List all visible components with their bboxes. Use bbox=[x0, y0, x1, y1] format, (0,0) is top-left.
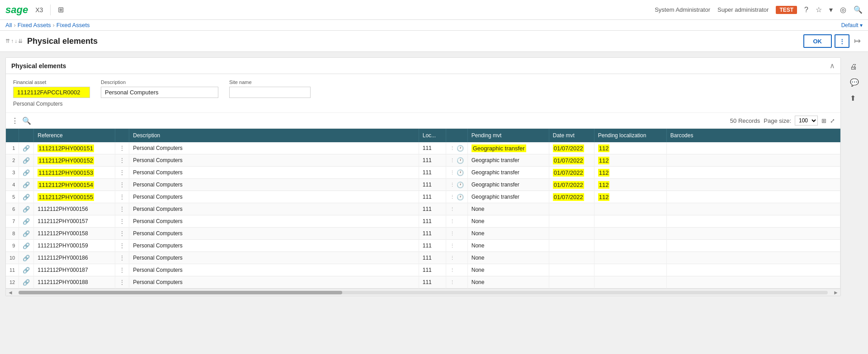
row-actions-dots[interactable]: ⋮ bbox=[115, 252, 129, 264]
row-actions-dots[interactable]: ⋮ bbox=[115, 228, 129, 240]
row-action-icon[interactable]: ⋮🕐 bbox=[446, 142, 467, 154]
row-date-mvt: 01/07/2022 bbox=[549, 191, 594, 203]
col-header-reference[interactable]: Reference bbox=[34, 129, 115, 142]
page-header: ⇈ ↑ ↓ ⇊ Physical elements OK ⋮ ↦ bbox=[0, 31, 868, 52]
more-button[interactable]: ⋮ bbox=[835, 34, 849, 48]
row-actions-dots[interactable]: ⋮ bbox=[115, 264, 129, 276]
chat-icon[interactable]: 💬 bbox=[848, 76, 861, 88]
row-link-icon[interactable]: 🔗 bbox=[19, 264, 34, 276]
row-pending-localization bbox=[594, 264, 666, 276]
exit-button[interactable]: ↦ bbox=[852, 34, 863, 48]
ok-button[interactable]: OK bbox=[803, 34, 832, 48]
row-link-icon[interactable]: 🔗 bbox=[19, 240, 34, 252]
table-row: 12🔗1112112PHY000188⋮Personal Computers11… bbox=[6, 276, 840, 289]
x3-module-label: X3 bbox=[35, 6, 43, 14]
row-actions-dots[interactable]: ⋮ bbox=[115, 142, 129, 154]
row-link-icon[interactable]: 🔗 bbox=[19, 215, 34, 228]
row-actions-dots[interactable]: ⋮ bbox=[115, 203, 129, 215]
row-date-mvt bbox=[549, 203, 594, 215]
row-actions-dots[interactable]: ⋮ bbox=[115, 240, 129, 252]
row-number: 2 bbox=[6, 154, 19, 167]
toolbar-search-icon[interactable]: 🔍 bbox=[22, 116, 31, 125]
row-actions-dots[interactable]: ⋮ bbox=[115, 191, 129, 203]
layer-icon[interactable]: ⊞ bbox=[821, 117, 826, 124]
row-location: 111 bbox=[419, 142, 446, 154]
row-pending-mvt: None bbox=[467, 215, 549, 228]
row-action-icon[interactable]: ⋮ bbox=[446, 215, 467, 228]
scroll-thumb[interactable] bbox=[19, 291, 342, 294]
row-reference: 1112112PHY000158 bbox=[34, 228, 115, 240]
site-name-input[interactable] bbox=[229, 87, 311, 98]
breadcrumb-all[interactable]: All bbox=[5, 22, 12, 28]
col-header-pending-loc[interactable]: Pending localization bbox=[594, 129, 666, 142]
row-link-icon[interactable]: 🔗 bbox=[19, 191, 34, 203]
row-link-icon[interactable]: 🔗 bbox=[19, 179, 34, 191]
breadcrumb-fixed-assets-2[interactable]: Fixed Assets bbox=[57, 22, 90, 28]
scroll-track[interactable] bbox=[19, 291, 828, 294]
calendar-icon[interactable]: ⊞ bbox=[58, 5, 64, 14]
financial-asset-input[interactable] bbox=[13, 87, 90, 98]
row-link-icon[interactable]: 🔗 bbox=[19, 252, 34, 264]
row-action-icon[interactable]: ⋮🕐 bbox=[446, 154, 467, 167]
row-action-icon[interactable]: ⋮ bbox=[446, 276, 467, 289]
col-header-date-mvt[interactable]: Date mvt bbox=[549, 129, 594, 142]
row-barcode bbox=[666, 167, 840, 179]
row-location: 111 bbox=[419, 240, 446, 252]
row-action-icon[interactable]: ⋮ bbox=[446, 240, 467, 252]
row-action-icon[interactable]: ⋮ bbox=[446, 228, 467, 240]
row-actions-dots[interactable]: ⋮ bbox=[115, 215, 129, 228]
row-action-icon[interactable]: ⋮🕐 bbox=[446, 179, 467, 191]
grid-table: Reference Description Loc... Pending mvt… bbox=[6, 129, 840, 289]
row-actions-dots[interactable]: ⋮ bbox=[115, 167, 129, 179]
nav-arrow-icon[interactable]: ▾ bbox=[829, 5, 833, 14]
expand-icon[interactable]: ⤢ bbox=[830, 117, 835, 124]
sort-arrow-up[interactable]: ↑ bbox=[11, 38, 14, 44]
horizontal-scrollbar[interactable]: ◄ ► bbox=[6, 289, 840, 296]
row-action-icon[interactable]: ⋮ bbox=[446, 252, 467, 264]
row-link-icon[interactable]: 🔗 bbox=[19, 154, 34, 167]
row-link-icon[interactable]: 🔗 bbox=[19, 203, 34, 215]
row-actions-dots[interactable]: ⋮ bbox=[115, 276, 129, 289]
row-actions-dots[interactable]: ⋮ bbox=[115, 154, 129, 167]
row-actions-dots[interactable]: ⋮ bbox=[115, 179, 129, 191]
col-header-loc[interactable]: Loc... bbox=[419, 129, 446, 142]
upload-icon[interactable]: ⬆ bbox=[848, 92, 861, 104]
row-barcode bbox=[666, 191, 840, 203]
table-row: 5🔗1112112PHY000155⋮Personal Computers111… bbox=[6, 191, 840, 203]
row-pending-localization: 112 bbox=[594, 154, 666, 167]
sort-arrow-bottom[interactable]: ⇊ bbox=[18, 38, 23, 44]
row-action-icon[interactable]: ⋮🕐 bbox=[446, 191, 467, 203]
row-barcode bbox=[666, 203, 840, 215]
panel-collapse-icon[interactable]: ∧ bbox=[830, 61, 835, 70]
sort-arrow-top[interactable]: ⇈ bbox=[5, 38, 10, 44]
row-link-icon[interactable]: 🔗 bbox=[19, 142, 34, 154]
help-icon[interactable]: ? bbox=[804, 6, 808, 14]
search-icon[interactable]: 🔍 bbox=[854, 5, 863, 14]
row-description: Personal Computers bbox=[129, 215, 419, 228]
breadcrumb-fixed-assets-1[interactable]: Fixed Assets bbox=[18, 22, 51, 28]
row-link-icon[interactable]: 🔗 bbox=[19, 276, 34, 289]
page-title: Physical elements bbox=[27, 37, 98, 46]
row-pending-localization bbox=[594, 276, 666, 289]
description-input[interactable] bbox=[101, 87, 218, 98]
star-icon[interactable]: ☆ bbox=[816, 5, 822, 14]
page-size-select[interactable]: 100 50 200 bbox=[795, 116, 818, 126]
table-row: 4🔗1112112PHY000154⋮Personal Computers111… bbox=[6, 179, 840, 191]
col-header-description[interactable]: Description bbox=[129, 129, 419, 142]
print-icon[interactable]: 🖨 bbox=[848, 61, 861, 73]
row-action-icon[interactable]: ⋮🕐 bbox=[446, 167, 467, 179]
toolbar-dots-icon[interactable]: ⋮ bbox=[11, 116, 19, 125]
col-header-barcodes[interactable]: Barcodes bbox=[666, 129, 840, 142]
row-reference: 1112112PHY000151 bbox=[34, 142, 115, 154]
breadcrumb-default[interactable]: Default ▾ bbox=[841, 22, 863, 28]
table-row: 3🔗1112112PHY000153⋮Personal Computers111… bbox=[6, 167, 840, 179]
row-link-icon[interactable]: 🔗 bbox=[19, 228, 34, 240]
compass-icon[interactable]: ◎ bbox=[840, 5, 846, 14]
row-link-icon[interactable]: 🔗 bbox=[19, 167, 34, 179]
row-action-icon[interactable]: ⋮ bbox=[446, 203, 467, 215]
grid-container[interactable]: Reference Description Loc... Pending mvt… bbox=[6, 129, 840, 289]
row-action-icon[interactable]: ⋮ bbox=[446, 264, 467, 276]
col-header-pending-mvt[interactable]: Pending mvt bbox=[467, 129, 549, 142]
row-description: Personal Computers bbox=[129, 252, 419, 264]
sort-arrow-down[interactable]: ↓ bbox=[14, 38, 17, 44]
